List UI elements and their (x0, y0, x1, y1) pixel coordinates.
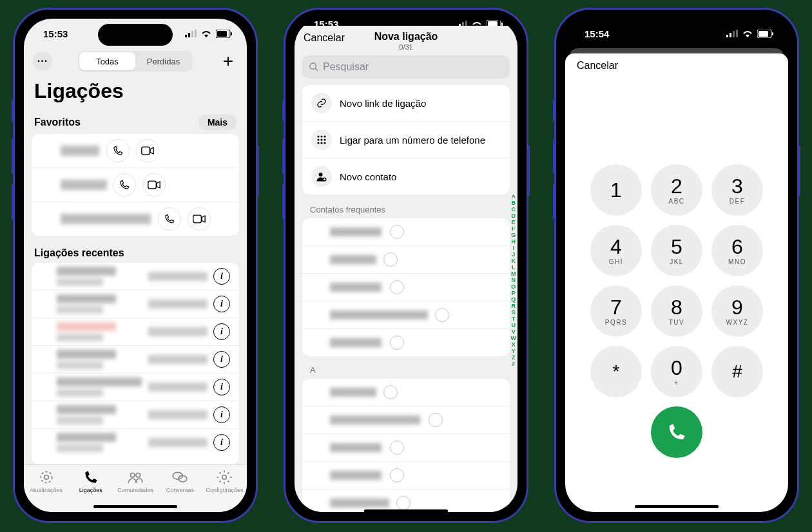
index-letter[interactable]: I (512, 245, 514, 251)
index-letter[interactable]: K (512, 258, 516, 264)
index-letter[interactable]: P (512, 290, 516, 296)
radio-icon[interactable] (390, 441, 404, 455)
info-icon[interactable]: i (213, 434, 230, 451)
contact-row[interactable] (302, 379, 510, 406)
index-letter[interactable]: W (511, 335, 517, 341)
home-indicator[interactable] (364, 509, 448, 512)
voice-call-icon[interactable] (106, 139, 130, 162)
info-icon[interactable]: i (213, 268, 230, 285)
keypad-key-*[interactable]: * (590, 346, 642, 397)
dial-button[interactable] (651, 406, 702, 458)
contact-row[interactable] (302, 489, 510, 512)
keypad-key-3[interactable]: 3DEF (711, 164, 763, 216)
info-icon[interactable]: i (213, 379, 230, 395)
index-letter[interactable]: F (512, 225, 516, 232)
option-call-link[interactable]: Novo link de ligação (302, 85, 510, 121)
segment-missed[interactable]: Perdidas (135, 52, 191, 70)
index-letter[interactable]: L (512, 264, 516, 271)
recent-call-row[interactable]: i (32, 263, 239, 290)
home-indicator[interactable] (635, 505, 719, 508)
keypad-key-1[interactable]: 1 (590, 164, 642, 216)
index-letter[interactable]: A (512, 193, 516, 200)
index-letter[interactable]: Q (511, 296, 516, 303)
option-new-contact[interactable]: Novo contato (302, 158, 510, 195)
index-letter[interactable]: Y (512, 348, 516, 354)
radio-icon[interactable] (383, 385, 398, 399)
index-letter[interactable]: G (511, 232, 516, 238)
alpha-index[interactable]: ABCDEFGHIJKLMNOPQRSTUVWXYZ# (511, 193, 517, 367)
contact-row[interactable] (302, 433, 510, 461)
keypad-key-0[interactable]: 0+ (651, 346, 702, 397)
recent-call-row[interactable]: i (32, 428, 239, 456)
radio-icon[interactable] (390, 225, 404, 239)
keypad-key-6[interactable]: 6MNO (711, 225, 763, 276)
index-letter[interactable]: Z (512, 354, 516, 361)
new-call-button[interactable]: + (218, 52, 238, 71)
index-letter[interactable]: X (512, 341, 516, 348)
tab-settings[interactable]: Configurações (202, 465, 247, 512)
favorite-row[interactable] (32, 134, 239, 167)
more-menu-button[interactable]: ··· (33, 52, 52, 71)
keypad-key-#[interactable]: # (711, 346, 763, 397)
cancel-button[interactable]: Cancelar (304, 32, 345, 44)
info-icon[interactable]: i (213, 296, 230, 312)
index-letter[interactable]: R (512, 303, 516, 309)
index-letter[interactable]: S (512, 309, 516, 316)
radio-icon[interactable] (396, 496, 411, 510)
index-letter[interactable]: U (512, 322, 516, 328)
index-letter[interactable]: E (512, 219, 516, 225)
index-letter[interactable]: # (512, 361, 515, 367)
video-call-icon[interactable] (136, 139, 159, 162)
calls-filter-segment[interactable]: Todas Perdidas (78, 51, 193, 71)
cancel-button[interactable]: Cancelar (565, 53, 788, 71)
info-icon[interactable]: i (213, 351, 230, 368)
voice-call-icon[interactable] (158, 207, 181, 231)
contact-row[interactable] (302, 406, 510, 433)
video-call-icon[interactable] (142, 173, 166, 196)
contact-row[interactable] (302, 273, 510, 301)
index-letter[interactable]: T (512, 316, 516, 322)
info-icon[interactable]: i (213, 323, 230, 340)
radio-icon[interactable] (390, 336, 404, 350)
recent-call-row[interactable]: i (32, 345, 239, 373)
index-letter[interactable]: N (512, 277, 516, 283)
keypad-key-4[interactable]: 4GHI (590, 225, 642, 276)
contact-row[interactable] (302, 301, 510, 328)
favorite-row[interactable] (32, 202, 239, 236)
contact-row[interactable] (302, 218, 510, 245)
segment-all[interactable]: Todas (79, 52, 135, 70)
keypad-key-5[interactable]: 5JKL (651, 225, 702, 276)
keypad-key-8[interactable]: 8TUV (651, 285, 702, 337)
voice-call-icon[interactable] (113, 173, 136, 196)
radio-icon[interactable] (390, 468, 404, 482)
home-indicator[interactable] (93, 505, 177, 508)
index-letter[interactable]: C (512, 206, 516, 213)
recent-call-row[interactable]: i (32, 318, 239, 345)
recent-call-row[interactable]: i (32, 401, 239, 428)
info-icon[interactable]: i (213, 406, 230, 423)
keypad-key-2[interactable]: 2ABC (651, 164, 702, 216)
index-letter[interactable]: H (512, 238, 516, 245)
keypad-key-7[interactable]: 7PQRS (590, 285, 642, 337)
radio-icon[interactable] (429, 413, 443, 427)
index-letter[interactable]: J (512, 251, 515, 258)
keypad-key-9[interactable]: 9WXYZ (711, 285, 763, 337)
radio-icon[interactable] (435, 308, 449, 322)
index-letter[interactable]: M (511, 271, 516, 277)
recent-call-row[interactable]: i (32, 290, 239, 318)
index-letter[interactable]: O (511, 283, 516, 290)
tab-updates[interactable]: Atualizações (24, 465, 68, 512)
favorite-row[interactable] (32, 167, 239, 202)
index-letter[interactable]: D (512, 213, 516, 219)
favorites-more-button[interactable]: Mais (198, 115, 237, 130)
index-letter[interactable]: B (512, 200, 516, 206)
contact-row[interactable] (302, 328, 510, 356)
index-letter[interactable]: V (512, 328, 516, 335)
contact-row[interactable] (302, 245, 510, 273)
search-input[interactable]: Pesquisar (302, 55, 510, 79)
contact-row[interactable] (302, 461, 510, 489)
recent-call-row[interactable]: i (32, 373, 239, 401)
radio-icon[interactable] (383, 252, 398, 267)
option-dial-number[interactable]: Ligar para um número de telefone (302, 121, 510, 158)
video-call-icon[interactable] (188, 207, 211, 231)
